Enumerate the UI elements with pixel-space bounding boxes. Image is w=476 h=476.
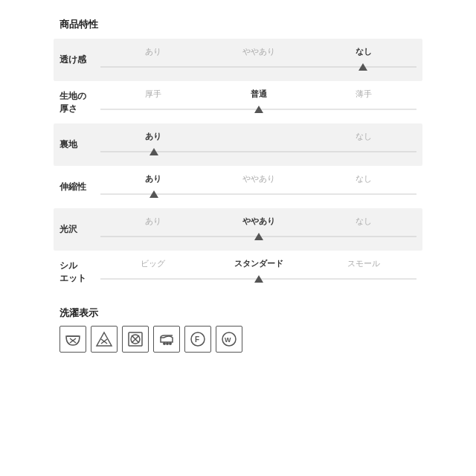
wash-title: 洗濯表示 xyxy=(60,306,416,320)
slider-marker-stretch xyxy=(149,190,158,198)
slider-area-stretch: ありややありなし xyxy=(100,173,416,201)
slider-marker-gloss xyxy=(254,233,263,240)
slider-track-thickness xyxy=(100,103,416,116)
property-row-lining: 裏地ありなし xyxy=(54,123,422,166)
slider-marker-thickness xyxy=(254,106,263,113)
property-label-silhouette: シル エット xyxy=(60,260,100,285)
properties-list: 透け感ありややありなし生地の 厚さ厚手普通薄手裏地ありなし伸縮性ありややありなし… xyxy=(60,39,416,293)
slider-area-thickness: 厚手普通薄手 xyxy=(100,89,416,116)
slider-marker-transparency xyxy=(358,63,367,71)
slider-marker-lining xyxy=(149,148,158,155)
main-container: 商品特性 透け感ありややありなし生地の 厚さ厚手普通薄手裏地ありなし伸縮性ありや… xyxy=(0,0,476,367)
slider-labels-lining: ありなし xyxy=(100,131,416,142)
wash-icon-wet-clean: W xyxy=(216,326,242,353)
slider-area-gloss: ありややありなし xyxy=(100,216,416,243)
wash-icon-dry-clean-f: F xyxy=(184,326,211,353)
slider-labels-transparency: ありややありなし xyxy=(100,46,416,57)
slider-track-stretch xyxy=(100,187,416,201)
svg-marker-3 xyxy=(97,332,112,346)
svg-point-12 xyxy=(170,343,171,344)
slider-marker-silhouette xyxy=(254,275,263,283)
wash-icon-iron xyxy=(153,326,180,353)
property-row-stretch: 伸縮性ありややありなし xyxy=(60,166,416,208)
slider-labels-stretch: ありややありなし xyxy=(100,173,416,184)
slider-area-transparency: ありややありなし xyxy=(100,46,416,74)
property-row-transparency: 透け感ありややありなし xyxy=(54,39,422,81)
property-label-gloss: 光沢 xyxy=(60,223,100,236)
slider-labels-gloss: ありややありなし xyxy=(100,216,416,227)
slider-area-lining: ありなし xyxy=(100,131,416,158)
property-label-transparency: 透け感 xyxy=(60,54,100,66)
wash-icon-no-dry xyxy=(122,326,149,353)
svg-point-10 xyxy=(164,343,165,344)
slider-labels-thickness: 厚手普通薄手 xyxy=(100,89,416,100)
wash-section: 洗濯表示 xyxy=(60,306,416,353)
wash-icons: F W xyxy=(60,326,416,353)
property-label-lining: 裏地 xyxy=(60,138,100,151)
svg-text:W: W xyxy=(225,336,231,344)
slider-track-lining xyxy=(100,145,416,158)
property-row-silhouette: シル エットビッグスタンダードスモール xyxy=(60,251,416,293)
slider-track-gloss xyxy=(100,230,416,243)
wash-icon-no-bleach xyxy=(91,326,118,353)
slider-area-silhouette: ビッグスタンダードスモール xyxy=(100,258,416,286)
wash-icon-no-wash xyxy=(60,326,86,353)
slider-labels-silhouette: ビッグスタンダードスモール xyxy=(100,258,416,269)
property-label-stretch: 伸縮性 xyxy=(60,181,100,193)
property-row-thickness: 生地の 厚さ厚手普通薄手 xyxy=(60,81,416,123)
svg-text:F: F xyxy=(195,335,199,344)
property-row-gloss: 光沢ありややありなし xyxy=(54,208,422,251)
slider-track-silhouette xyxy=(100,272,416,286)
svg-point-11 xyxy=(167,343,168,344)
slider-track-transparency xyxy=(100,60,416,74)
property-label-thickness: 生地の 厚さ xyxy=(60,90,100,115)
section-title: 商品特性 xyxy=(60,18,416,31)
